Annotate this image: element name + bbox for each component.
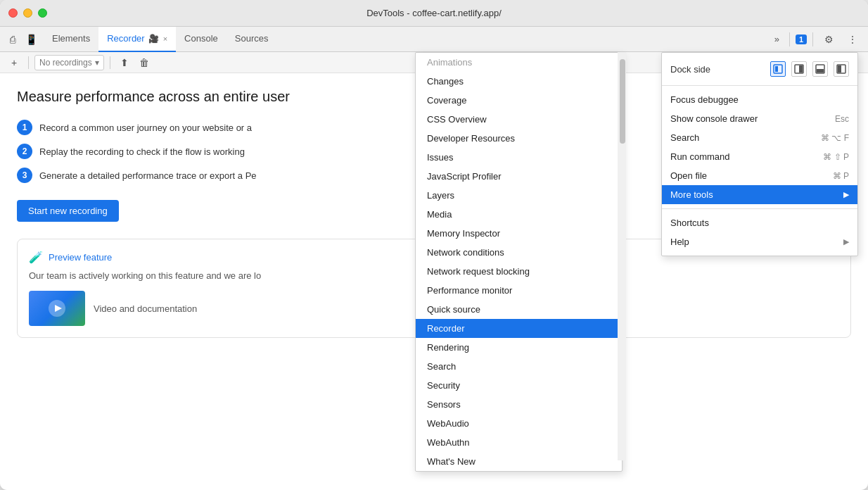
more-tools-item[interactable]: More tools ▶ bbox=[662, 185, 857, 204]
traffic-lights bbox=[8, 8, 47, 18]
dropdown-item-developer-resources[interactable]: Developer Resources bbox=[416, 129, 622, 148]
dropdown-item-network-conditions[interactable]: Network conditions bbox=[416, 243, 622, 262]
dropdown-item-sensors[interactable]: Sensors bbox=[416, 395, 622, 414]
tab-console[interactable]: Console bbox=[176, 27, 226, 52]
dropdown-item-quick-source[interactable]: Quick source bbox=[416, 300, 622, 319]
shortcuts-item[interactable]: Shortcuts bbox=[662, 213, 857, 232]
open-file-item[interactable]: Open file ⌘ P bbox=[662, 166, 857, 185]
dock-left-icon[interactable] bbox=[834, 61, 849, 77]
tab-bar-icons: ⎙ 📱 bbox=[6, 32, 38, 46]
step-number-2: 2 bbox=[17, 144, 32, 159]
run-command-item[interactable]: Run command ⌘ ⇧ P bbox=[662, 147, 857, 166]
toolbar-divider2 bbox=[110, 56, 110, 69]
dropdown-item-webaudio[interactable]: WebAudio bbox=[416, 414, 622, 433]
focus-debuggee-item[interactable]: Focus debuggee bbox=[662, 90, 857, 109]
dropdown-item-layers[interactable]: Layers bbox=[416, 186, 622, 205]
dock-side-section: Dock side bbox=[662, 53, 857, 86]
device-icon[interactable]: 📱 bbox=[24, 32, 38, 46]
dropdown-item-animations[interactable]: Animations bbox=[416, 53, 622, 72]
dock-side-label: Dock side bbox=[670, 64, 710, 75]
flask-icon: 🧪 bbox=[29, 251, 43, 264]
context-menu[interactable]: Dock side bbox=[661, 52, 858, 256]
preview-title: Preview feature bbox=[49, 252, 112, 263]
more-tabs-button[interactable]: » bbox=[770, 34, 784, 44]
svg-rect-7 bbox=[817, 69, 824, 73]
close-button[interactable] bbox=[8, 8, 18, 18]
cursor-icon[interactable]: ⎙ bbox=[6, 32, 20, 46]
divider2 bbox=[812, 32, 813, 46]
dropdown-item-recorder[interactable]: Recorder bbox=[416, 319, 622, 338]
show-console-drawer-item[interactable]: Show console drawer Esc bbox=[662, 109, 857, 128]
dropdown-item-performance-monitor[interactable]: Performance monitor bbox=[416, 281, 622, 300]
svg-rect-5 bbox=[799, 65, 803, 73]
dropdown-item-coverage[interactable]: Coverage bbox=[416, 91, 622, 110]
title-bar: DevTools - coffee-cart.netlify.app/ bbox=[0, 0, 868, 27]
dropdown-item-issues[interactable]: Issues bbox=[416, 148, 622, 167]
dropdown-item-rendering[interactable]: Rendering bbox=[416, 338, 622, 357]
start-recording-button[interactable]: Start new recording bbox=[17, 200, 119, 222]
dropdown-item-css-overview[interactable]: CSS Overview bbox=[416, 110, 622, 129]
tab-sources[interactable]: Sources bbox=[226, 27, 277, 52]
dock-icons bbox=[770, 61, 849, 77]
tab-close-icon[interactable]: × bbox=[163, 34, 167, 43]
svg-rect-9 bbox=[838, 65, 841, 73]
tab-bar: ⎙ 📱 Elements Recorder 🎥 × Console Source… bbox=[0, 27, 868, 52]
dropdown-item-javascript-profiler[interactable]: JavaScript Profiler bbox=[416, 167, 622, 186]
add-recording-button[interactable]: + bbox=[6, 54, 23, 71]
window-title: DevTools - coffee-cart.netlify.app/ bbox=[366, 8, 502, 18]
preview-bottom-text: Video and documentation bbox=[94, 303, 197, 314]
svg-rect-3 bbox=[775, 66, 778, 72]
maximize-button[interactable] bbox=[38, 8, 47, 18]
dropdown-item-whats-new[interactable]: What's New bbox=[416, 452, 622, 471]
step-text-3: Generate a detailed performance trace or… bbox=[39, 168, 257, 182]
bottom-actions-section: Shortcuts Help ▶ bbox=[662, 209, 857, 256]
devtools-window: DevTools - coffee-cart.netlify.app/ ⎙ 📱 … bbox=[0, 0, 868, 490]
tab-bar-right: » 1 ⚙ ⋮ bbox=[770, 30, 862, 49]
tab-recorder[interactable]: Recorder 🎥 × bbox=[98, 27, 176, 52]
dropdown-item-security[interactable]: Security bbox=[416, 376, 622, 395]
dropdown-item-webauthn[interactable]: WebAuthn bbox=[416, 433, 622, 452]
dropdown-item-media[interactable]: Media bbox=[416, 205, 622, 224]
search-item[interactable]: Search ⌘ ⌥ F bbox=[662, 128, 857, 147]
toolbar-divider bbox=[28, 56, 29, 69]
dock-undocked-icon[interactable] bbox=[770, 61, 786, 77]
recordings-dropdown[interactable]: No recordings ▾ bbox=[34, 55, 104, 70]
dock-side-row: Dock side bbox=[662, 57, 857, 81]
upload-icon[interactable]: ⬆ bbox=[116, 54, 133, 71]
minimize-button[interactable] bbox=[23, 8, 32, 18]
dock-bottom-icon[interactable] bbox=[812, 61, 828, 77]
step-number-3: 3 bbox=[17, 168, 32, 183]
dropdown-item-changes[interactable]: Changes bbox=[416, 72, 622, 91]
notification-badge: 1 bbox=[796, 34, 807, 44]
main-actions-section: Focus debuggee Show console drawer Esc S… bbox=[662, 86, 857, 209]
step-text-2: Replay the recording to check if the flo… bbox=[39, 144, 245, 158]
delete-icon[interactable]: 🗑 bbox=[136, 54, 153, 71]
settings-icon[interactable]: ⚙ bbox=[819, 30, 838, 49]
dropdown-item-memory-inspector[interactable]: Memory Inspector bbox=[416, 224, 622, 243]
divider bbox=[789, 32, 790, 46]
help-item[interactable]: Help ▶ bbox=[662, 232, 857, 251]
step-number-1: 1 bbox=[17, 120, 32, 135]
dropdown-item-search[interactable]: Search bbox=[416, 357, 622, 376]
more-tools-dropdown[interactable]: Animations Changes Coverage CSS Overview… bbox=[415, 52, 623, 472]
step-text-1: Record a common user journey on your web… bbox=[39, 120, 252, 134]
dock-right-icon[interactable] bbox=[791, 61, 807, 77]
dropdown-item-network-request-blocking[interactable]: Network request blocking bbox=[416, 262, 622, 281]
preview-image bbox=[29, 291, 85, 326]
tab-elements[interactable]: Elements bbox=[44, 27, 98, 52]
more-options-icon[interactable]: ⋮ bbox=[843, 30, 862, 49]
chevron-down-icon: ▾ bbox=[95, 58, 99, 68]
